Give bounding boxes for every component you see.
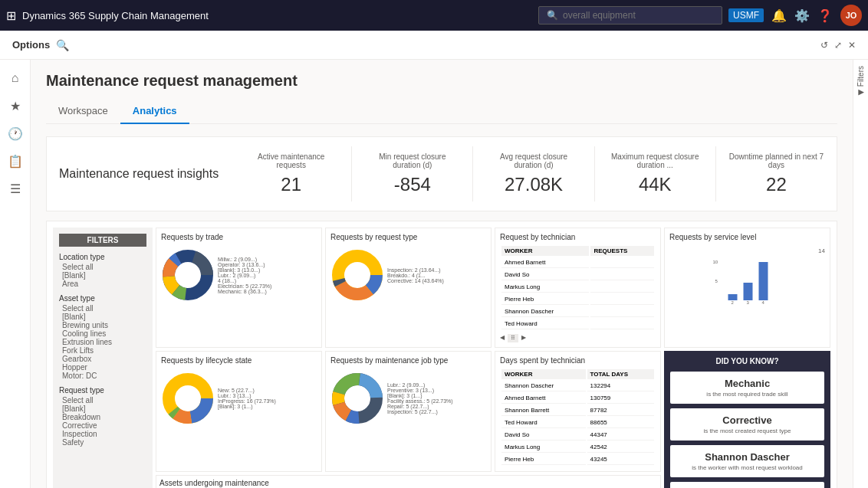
kpi-active-requests: Active maintenance requests 21: [231, 146, 352, 201]
chart-lifecycle-title: Requests by lifecycle state: [161, 356, 317, 365]
chart-jobtype-title: Requests by maintenance job type: [330, 356, 486, 365]
svg-text:5: 5: [715, 279, 718, 283]
insights-title: Maintenance request insights: [59, 167, 219, 181]
expand-icon[interactable]: ⤢: [834, 40, 842, 51]
table-row: Ted Howard88655: [501, 418, 654, 428]
filter-opt-area[interactable]: Area: [62, 280, 146, 288]
sub-nav-actions: ↺ ⤢ ✕: [820, 40, 856, 51]
notification-icon[interactable]: 🔔: [771, 8, 787, 23]
filter-opt-blank[interactable]: [Blank]: [62, 271, 146, 280]
kpi-max-closure: Maximum request closure duration ... 44K: [595, 146, 716, 201]
kpi-avg-value: 27.08K: [485, 174, 581, 195]
tech-col-worker: WORKER: [501, 246, 589, 256]
settings-icon[interactable]: ⚙️: [794, 8, 810, 23]
table-row: Markus Long: [501, 282, 654, 293]
sub-search-icon[interactable]: 🔍: [56, 39, 69, 51]
filter-req-inspection[interactable]: Inspection: [62, 430, 146, 438]
chart-by-request-type: Requests by request type Inspection: 2 (…: [325, 228, 492, 348]
days-by-tech-table: WORKER TOTAL DAYS Shannon Dascher132294 …: [500, 368, 656, 467]
global-search[interactable]: 🔍: [538, 6, 722, 25]
filter-asset-brewing[interactable]: Brewing units: [62, 321, 146, 329]
dyk-card-mechanic: Mechanic is the most required trade skil…: [670, 372, 824, 404]
dyk-title: DID YOU KNOW?: [670, 357, 824, 365]
sidebar-modules-icon[interactable]: ☰: [3, 176, 28, 201]
sidebar-home-icon[interactable]: ⌂: [3, 66, 28, 90]
dashboard-wrapper: FILTERS Location type Select all [Blank]…: [46, 221, 837, 488]
top-navigation: ⊞ Dynamics 365 Supply Chain Management 🔍…: [0, 0, 868, 31]
page-title: Maintenance request management: [46, 72, 837, 90]
table-row: Ahmed Barnett: [501, 257, 654, 268]
chart-reqtype-title: Requests by request type: [330, 233, 486, 241]
chart-service-title: Requests by service level: [669, 233, 825, 241]
table-row: Shannon Dascher: [501, 306, 654, 317]
refresh-icon[interactable]: ↺: [820, 40, 828, 51]
chart-by-job-type: Requests by maintenance job type Lubr.: …: [325, 351, 492, 472]
close-icon[interactable]: ✕: [848, 40, 856, 51]
bar-chart-service: 10 5 2 3 4: [669, 256, 825, 306]
filter-request-label: Request type: [59, 386, 146, 395]
table-row: Pierre Heb43245: [501, 454, 654, 465]
filter-asset-blank[interactable]: [Blank]: [62, 313, 146, 321]
kpi-avg-closure: Avg request closure duration (d) 27.08K: [473, 146, 594, 201]
filter-req-corrective[interactable]: Corrective: [62, 421, 146, 430]
filter-asset-motor[interactable]: Motor: DC: [62, 372, 146, 380]
table-row: Pierre Heb: [501, 294, 654, 305]
chart-by-service-level: Requests by service level 14 10 5: [664, 228, 830, 348]
org-code: USMF: [728, 8, 764, 22]
filter-opt-selectall[interactable]: Select all: [62, 263, 146, 271]
filter-req-selectall[interactable]: Select all: [62, 396, 146, 404]
filter-asset-selectall[interactable]: Select all: [62, 304, 146, 313]
filter-req-blank[interactable]: [Blank]: [62, 404, 146, 413]
filter-location-type: Location type Select all [Blank] Area: [59, 253, 146, 288]
left-sidebar: ⌂ ★ 🕐 📋 ☰: [0, 60, 31, 488]
filter-req-breakdown[interactable]: Breakdown: [62, 413, 146, 421]
filter-asset-hopper[interactable]: Hopper: [62, 363, 146, 372]
kpi-avg-label: Avg request closure duration (d): [485, 152, 581, 169]
filters-panel: FILTERS Location type Select all [Blank]…: [53, 228, 153, 488]
dyk-card-shannon: Shannon Dascher is the worker with most …: [670, 445, 824, 477]
filter-asset-cooling[interactable]: Cooling lines: [62, 329, 146, 338]
sidebar-recent-icon[interactable]: 🕐: [3, 121, 28, 146]
main-layout: ⌂ ★ 🕐 📋 ☰ Maintenance request management…: [0, 60, 868, 488]
assets-table-panel: Assets undergoing maintenance REQUEST AS…: [156, 475, 661, 488]
help-icon[interactable]: ❓: [817, 8, 833, 23]
tech-col-requests: REQUESTS: [590, 246, 654, 256]
search-input[interactable]: [563, 10, 701, 21]
search-icon: 🔍: [547, 10, 558, 21]
filter-req-safety[interactable]: Safety: [62, 438, 146, 447]
filter-asset-fork[interactable]: Fork Lifts: [62, 346, 146, 355]
kpi-min-label: Min request closure duration (d): [364, 152, 460, 169]
tab-analytics[interactable]: Analytics: [120, 99, 189, 124]
filter-location-label: Location type: [59, 253, 146, 261]
chart-days-by-tech: Days spent by technician WORKER TOTAL DA…: [495, 351, 661, 472]
filter-asset-gearbox[interactable]: Gearbox: [62, 355, 146, 363]
sidebar-workspaces-icon[interactable]: 📋: [3, 149, 28, 173]
svg-rect-12: [728, 294, 738, 300]
tab-workspace[interactable]: Workspace: [46, 99, 120, 124]
user-avatar[interactable]: JO: [840, 5, 862, 26]
filter-asset-extrusion[interactable]: Extrusion lines: [62, 338, 146, 346]
dyk-corrective-value: Corrective: [676, 414, 818, 426]
dashboard-grid: FILTERS Location type Select all [Blank]…: [53, 228, 830, 488]
chart-days-title: Days spent by technician: [500, 356, 656, 365]
donut-reqtype: [330, 248, 384, 302]
svg-text:4: 4: [762, 300, 765, 305]
dyk-mechanic-value: Mechanic: [676, 378, 818, 389]
table-row: Shannon Barrett87782: [501, 405, 654, 416]
filters-side-button[interactable]: ◀ Filters: [856, 66, 865, 97]
chart-by-lifecycle: Requests by lifecycle state New: 5 (22.7…: [156, 351, 322, 472]
kpi-active-value: 21: [243, 174, 339, 195]
chart-trade-title: Requests by trade: [161, 233, 317, 241]
chart-by-technician: Request by technician WORKER REQUESTS Ah…: [495, 228, 661, 348]
dyk-card-corrective: Corrective is the most created request t…: [670, 408, 824, 441]
options-label: Options: [12, 39, 50, 51]
table-row: Ted Howard: [501, 319, 654, 329]
donut-trade: [161, 248, 215, 302]
kpi-max-value: 44K: [607, 174, 703, 195]
sidebar-favorites-icon[interactable]: ★: [3, 93, 28, 118]
hamburger-icon[interactable]: ⊞: [6, 8, 16, 23]
app-title: Dynamics 365 Supply Chain Management: [22, 10, 532, 21]
dyk-shannon-value: Shannon Dascher: [676, 451, 818, 463]
kpi-max-label: Maximum request closure duration ...: [607, 152, 703, 169]
kpi-active-label: Active maintenance requests: [243, 152, 339, 169]
